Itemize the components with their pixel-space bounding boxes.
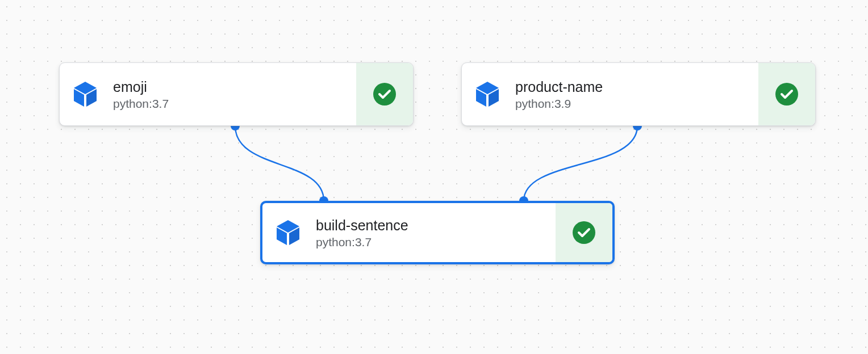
node-title: build-sentence (316, 216, 556, 235)
cube-icon (74, 82, 97, 107)
pipeline-canvas[interactable]: emoji python:3.7 product-name python:3.9 (0, 0, 868, 354)
node-product-name[interactable]: product-name python:3.9 (461, 62, 816, 126)
cube-icon (476, 82, 499, 107)
edge-layer (0, 0, 868, 354)
edge-emoji-to-build (235, 126, 324, 201)
node-emoji[interactable]: emoji python:3.7 (59, 62, 414, 126)
node-subtitle: python:3.7 (113, 97, 356, 111)
svg-point-0 (373, 83, 396, 106)
node-title: emoji (113, 78, 356, 96)
edge-productname-to-build (524, 126, 637, 201)
node-icon-wrap (60, 82, 111, 107)
cube-icon (277, 220, 299, 245)
node-title: product-name (515, 78, 758, 96)
node-icon-wrap (462, 82, 513, 107)
node-build-sentence[interactable]: build-sentence python:3.7 (260, 201, 615, 264)
node-subtitle: python:3.7 (316, 235, 556, 249)
node-body: emoji python:3.7 (111, 78, 356, 111)
node-body: build-sentence python:3.7 (314, 216, 556, 250)
check-circle-icon (373, 83, 396, 106)
node-status (556, 203, 612, 262)
node-status (758, 63, 815, 125)
check-circle-icon (775, 83, 798, 106)
svg-point-1 (775, 83, 798, 106)
svg-point-2 (573, 221, 595, 244)
node-body: product-name python:3.9 (513, 78, 758, 111)
check-circle-icon (573, 221, 595, 244)
node-status (356, 63, 413, 125)
node-subtitle: python:3.9 (515, 97, 758, 111)
node-icon-wrap (262, 220, 314, 245)
